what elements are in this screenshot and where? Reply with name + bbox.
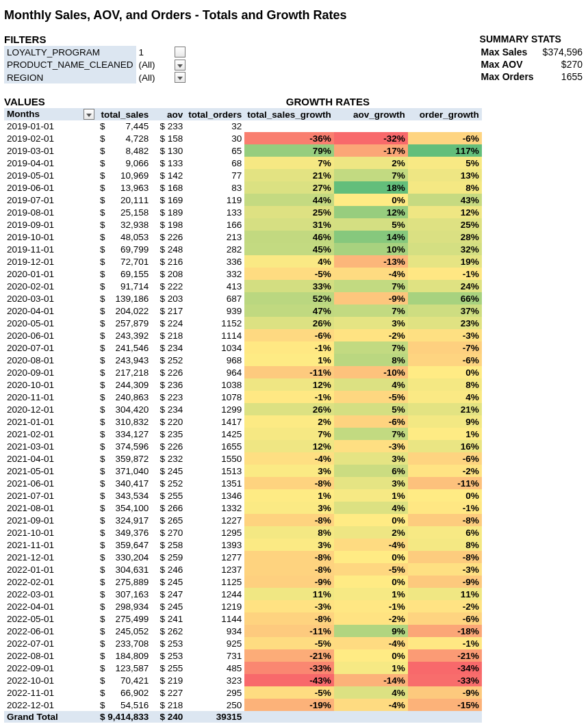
cell-aov: $ 234 [151,403,186,415]
cell-order-growth: -7% [408,341,482,354]
cell-aov: $ 220 [151,415,186,428]
cell-aov: $ 217 [151,305,186,317]
cell-order-growth: 5% [408,157,482,169]
growth-rates-heading: GROWTH RATES [286,96,370,107]
cell-total-sales: $9,066 [97,157,151,169]
cell-order-growth: 1% [408,428,482,440]
cell-aov: $ 246 [151,563,186,576]
cell-month: 2022-09-01 [4,662,97,674]
cell-sales-growth: -1% [244,341,333,354]
cell-aov-growth: 4% [334,686,408,699]
cell-month: 2019-07-01 [4,194,97,206]
cell-month: 2021-01-01 [4,415,97,428]
cell-orders: 1144 [186,612,244,625]
table-row: 2019-12-01$72,701$ 2163364%-13%19% [4,255,482,268]
cell-sales-growth: -36% [244,132,333,144]
cell-aov-growth: -4% [334,637,408,649]
grand-total-row: Grand Total$ 9,414,833$ 24039315 [4,711,482,723]
cell-total-sales: $343,534 [97,489,151,502]
cell-sales-growth: 2% [244,415,333,428]
cell-sales-growth: 26% [244,403,333,415]
cell-orders: 1038 [186,378,244,391]
table-row: 2019-06-01$13,963$ 1688327%18%8% [4,181,482,194]
filters-table: LOYALTY_PROGRAM1PRODUCT_NAME_CLEANED(All… [4,46,188,83]
cell-orders: 1332 [186,502,244,514]
grand-total-orders: 39315 [186,711,244,723]
cell-month: 2021-03-01 [4,440,97,452]
cell-order-growth: 28% [408,231,482,243]
filter-dropdown-icon[interactable] [175,72,186,83]
cell-aov-growth: 1% [334,489,408,502]
cell-aov: $ 203 [151,292,186,305]
cell-aov: $ 270 [151,526,186,539]
cell-month: 2020-06-01 [4,329,97,341]
cell-total-sales: $13,963 [97,181,151,194]
cell-aov: $ 233 [151,120,186,132]
cell-order-growth: 19% [408,255,482,268]
cell-aov-growth [334,120,408,132]
cell-aov-growth: 4% [334,502,408,514]
months-dropdown-icon[interactable] [84,109,94,120]
cell-total-sales: $354,100 [97,502,151,514]
cell-total-sales: $48,053 [97,231,151,243]
cell-month: 2019-01-01 [4,120,97,132]
cell-order-growth: -15% [408,699,482,711]
cell-aov-growth: -4% [334,699,408,711]
cell-total-sales: $330,204 [97,551,151,563]
table-row: 2020-09-01$217,218$ 226964-11%-10%0% [4,366,482,378]
cell-month: 2019-05-01 [4,169,97,181]
cell-orders: 1550 [186,452,244,465]
cell-aov: $ 218 [151,699,186,711]
table-row: 2022-02-01$275,889$ 2451125-9%0%-9% [4,576,482,588]
cell-aov-growth: 0% [334,514,408,526]
cell-sales-growth: 44% [244,194,333,206]
col-months[interactable]: Months [4,108,97,120]
cell-aov-growth: 0% [334,649,408,662]
cell-order-growth: -34% [408,662,482,674]
table-row: 2019-07-01$20,111$ 16911944%0%43% [4,194,482,206]
table-row: 2021-11-01$359,647$ 25813933%-4%8% [4,539,482,551]
cell-orders: 1227 [186,514,244,526]
cell-sales-growth: 33% [244,280,333,292]
cell-aov-growth: -1% [334,600,408,612]
cell-order-growth: 25% [408,218,482,231]
cell-sales-growth: 8% [244,526,333,539]
table-row: 2021-06-01$340,417$ 2521351-8%3%-11% [4,477,482,489]
cell-total-sales: $7,445 [97,120,151,132]
cell-sales-growth: 45% [244,243,333,255]
cell-month: 2022-10-01 [4,674,97,686]
cell-aov-growth: 9% [334,625,408,637]
cell-total-sales: $245,052 [97,625,151,637]
cell-orders: 925 [186,637,244,649]
cell-orders: 336 [186,255,244,268]
cell-aov: $ 218 [151,329,186,341]
table-row: 2020-05-01$257,879$ 224115226%3%23% [4,317,482,329]
cell-orders: 1219 [186,600,244,612]
cell-sales-growth: -5% [244,268,333,280]
filter-dropdown-icon[interactable] [175,47,186,57]
cell-month: 2019-08-01 [4,206,97,218]
cell-orders: 323 [186,674,244,686]
cell-order-growth: 8% [408,181,482,194]
cell-sales-growth: 4% [244,255,333,268]
cell-order-growth: -8% [408,514,482,526]
cell-sales-growth: -11% [244,625,333,637]
cell-total-sales: $304,420 [97,403,151,415]
filter-value: (All) [136,71,172,83]
table-row: 2022-08-01$184,809$ 253731-21%0%-21% [4,649,482,662]
cell-aov: $ 235 [151,428,186,440]
cell-orders: 250 [186,699,244,711]
cell-aov-growth: -5% [334,391,408,403]
cell-month: 2019-03-01 [4,144,97,157]
table-row: 2021-04-01$359,872$ 2321550-4%3%-6% [4,452,482,465]
cell-orders: 1346 [186,489,244,502]
cell-orders: 77 [186,169,244,181]
cell-aov: $ 247 [151,588,186,600]
grand-total-label: Grand Total [4,711,97,723]
cell-sales-growth: -8% [244,514,333,526]
summary-label: Max Sales [480,46,541,58]
cell-aov: $ 226 [151,440,186,452]
table-row: 2019-11-01$69,799$ 24828245%10%32% [4,243,482,255]
filter-dropdown-icon[interactable] [175,60,186,70]
cell-orders: 1351 [186,477,244,489]
